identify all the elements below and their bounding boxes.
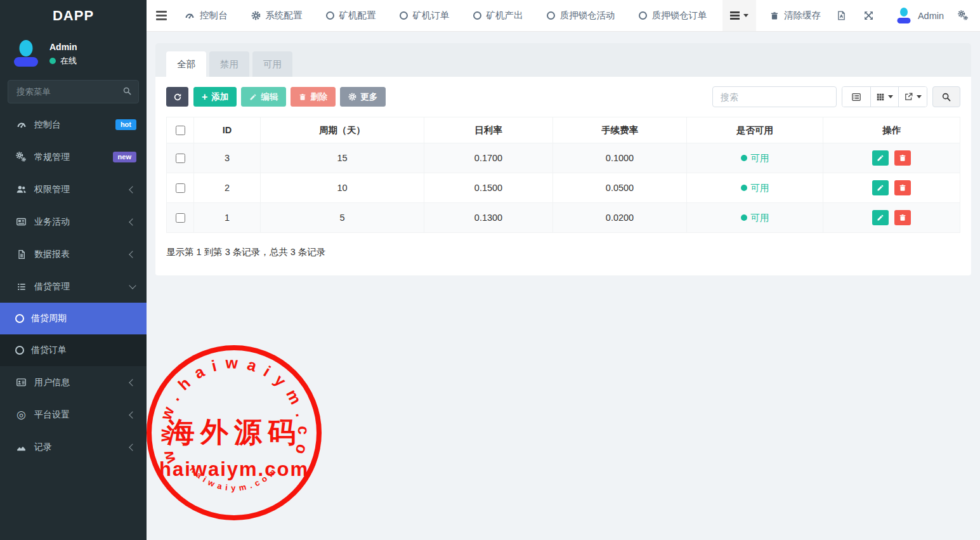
gear-icon bbox=[348, 93, 356, 101]
new-badge: new bbox=[113, 152, 136, 162]
nav-tab-miner-output[interactable]: 矿机产出 bbox=[473, 10, 523, 22]
content-panel: 全部 禁用 可用 添加 编辑 删除 bbox=[155, 43, 971, 275]
search-submit-button[interactable] bbox=[932, 86, 960, 107]
topbar-nav: 控制台 系统配置 矿机配置 矿机订单 矿机产出 质押锁仓活动 质押锁仓订单 bbox=[185, 10, 707, 22]
nav-tab-miner-orders[interactable]: 矿机订单 bbox=[400, 10, 450, 22]
search-icon bbox=[122, 86, 132, 96]
gear-icon bbox=[251, 11, 261, 20]
col-header-daily-rate[interactable]: 日利率 bbox=[424, 117, 553, 143]
refresh-icon bbox=[173, 93, 182, 102]
bullseye-icon: ◎ bbox=[15, 409, 27, 420]
sidebar-item-records[interactable]: 记录 bbox=[0, 431, 147, 463]
sidebar-item-dashboard[interactable]: 控制台 hot bbox=[0, 109, 147, 141]
nav-tab-staking-activity[interactable]: 质押锁仓活动 bbox=[547, 10, 615, 22]
trash-icon bbox=[770, 11, 779, 20]
sidebar-item-reports[interactable]: 数据报表 bbox=[0, 238, 147, 270]
nav-tab-system-config[interactable]: 系统配置 bbox=[251, 10, 303, 22]
area-chart-icon bbox=[15, 442, 27, 452]
export-button[interactable] bbox=[898, 87, 927, 107]
col-header-period[interactable]: 周期（天） bbox=[261, 117, 424, 143]
caret-down-icon bbox=[888, 95, 893, 98]
tabs-list-dropdown[interactable] bbox=[722, 0, 756, 31]
sidebar-toggle-icon[interactable] bbox=[147, 0, 176, 32]
data-table: ID 周期（天） 日利率 手续费率 是否可用 操作 3 15 0.1700 0 bbox=[166, 117, 960, 233]
nav-tab-miner-config[interactable]: 矿机配置 bbox=[326, 10, 376, 22]
row-checkbox[interactable] bbox=[176, 183, 185, 193]
avatar bbox=[896, 8, 912, 24]
sidebar-item-lending[interactable]: 借贷管理 bbox=[0, 270, 147, 303]
trash-icon bbox=[899, 214, 906, 221]
tab-all[interactable]: 全部 bbox=[166, 51, 206, 77]
col-header-id[interactable]: ID bbox=[194, 117, 261, 143]
sidebar-item-platform[interactable]: ◎ 平台设置 bbox=[0, 398, 147, 431]
circle-icon bbox=[15, 314, 24, 323]
more-button[interactable]: 更多 bbox=[340, 87, 386, 107]
user-avatar bbox=[11, 39, 41, 69]
delete-button[interactable]: 删除 bbox=[291, 87, 336, 107]
tab-available[interactable]: 可用 bbox=[252, 51, 292, 77]
row-edit-button[interactable] bbox=[872, 150, 889, 166]
user-name: Admin bbox=[49, 42, 77, 52]
pencil-icon bbox=[877, 214, 884, 221]
sidebar-item-lending-period[interactable]: 借贷周期 bbox=[0, 303, 147, 334]
caret-down-icon bbox=[917, 95, 922, 98]
language-icon[interactable] bbox=[836, 10, 847, 21]
fullscreen-icon[interactable] bbox=[863, 10, 874, 21]
sidebar-item-business[interactable]: 业务活动 bbox=[0, 206, 147, 238]
circle-icon bbox=[400, 11, 408, 20]
tab-disabled[interactable]: 禁用 bbox=[209, 51, 249, 77]
trash-icon bbox=[899, 184, 906, 192]
file-icon bbox=[15, 249, 27, 260]
sidebar-item-general[interactable]: 常规管理 new bbox=[0, 141, 147, 173]
table-header-row: ID 周期（天） 日利率 手续费率 是否可用 操作 bbox=[167, 117, 960, 143]
settings-gear-icon[interactable] bbox=[958, 10, 969, 21]
row-delete-button[interactable] bbox=[894, 210, 911, 225]
topbar: 控制台 系统配置 矿机配置 矿机订单 矿机产出 质押锁仓活动 质押锁仓订单 bbox=[147, 0, 980, 32]
row-edit-button[interactable] bbox=[872, 180, 889, 195]
table-row: 3 15 0.1700 0.1000 可用 bbox=[167, 143, 960, 173]
row-delete-button[interactable] bbox=[894, 150, 911, 166]
grid-icon bbox=[876, 93, 885, 102]
sidebar-item-lending-orders[interactable]: 借贷订单 bbox=[0, 334, 147, 366]
chevron-left-icon bbox=[129, 379, 136, 386]
status-badge: 可用 bbox=[741, 152, 769, 164]
nav-tab-staking-orders[interactable]: 质押锁仓订单 bbox=[639, 10, 707, 22]
select-all-checkbox[interactable] bbox=[176, 126, 185, 135]
chevron-left-icon bbox=[129, 411, 136, 418]
admin-user-menu[interactable]: Admin bbox=[896, 8, 944, 24]
table-view-buttons bbox=[842, 86, 927, 107]
status-dot-icon bbox=[741, 185, 747, 191]
status-badge: 可用 bbox=[741, 182, 769, 194]
id-card-icon bbox=[15, 377, 27, 388]
clear-cache-button[interactable]: 清除缓存 bbox=[770, 10, 821, 22]
pagination-summary: 显示第 1 到第 3 条记录，总共 3 条记录 bbox=[166, 246, 960, 258]
chevron-down-icon bbox=[129, 282, 136, 289]
circle-icon bbox=[639, 11, 647, 20]
user-status: 在线 bbox=[60, 55, 77, 67]
nav-tab-dashboard[interactable]: 控制台 bbox=[185, 10, 228, 22]
add-button[interactable]: 添加 bbox=[193, 87, 237, 107]
status-dot-icon bbox=[741, 214, 747, 221]
row-checkbox[interactable] bbox=[176, 154, 185, 163]
detail-view-button[interactable] bbox=[842, 87, 870, 107]
row-delete-button[interactable] bbox=[894, 180, 911, 195]
status-dot-icon bbox=[741, 155, 747, 161]
sidebar-item-userinfo[interactable]: 用户信息 bbox=[0, 366, 147, 398]
row-checkbox[interactable] bbox=[176, 213, 185, 223]
chevron-left-icon bbox=[129, 444, 136, 451]
sidebar-item-permissions[interactable]: 权限管理 bbox=[0, 173, 147, 206]
col-header-fee-rate[interactable]: 手续费率 bbox=[553, 117, 687, 143]
columns-button[interactable] bbox=[870, 87, 898, 107]
row-edit-button[interactable] bbox=[872, 210, 889, 225]
list-alt-icon bbox=[851, 92, 861, 102]
main-content: 全部 禁用 可用 添加 编辑 删除 bbox=[147, 32, 980, 540]
col-header-available[interactable]: 是否可用 bbox=[687, 117, 823, 143]
panel-heading: 全部 禁用 可用 bbox=[155, 43, 971, 77]
table-search-input[interactable] bbox=[712, 86, 837, 107]
table-row: 2 10 0.1500 0.0500 可用 bbox=[167, 173, 960, 203]
refresh-button[interactable] bbox=[166, 87, 188, 107]
app-logo: DAPP bbox=[0, 0, 147, 32]
sidebar-search-input[interactable] bbox=[8, 80, 139, 103]
chevron-left-icon bbox=[129, 186, 136, 193]
edit-button[interactable]: 编辑 bbox=[241, 87, 286, 107]
